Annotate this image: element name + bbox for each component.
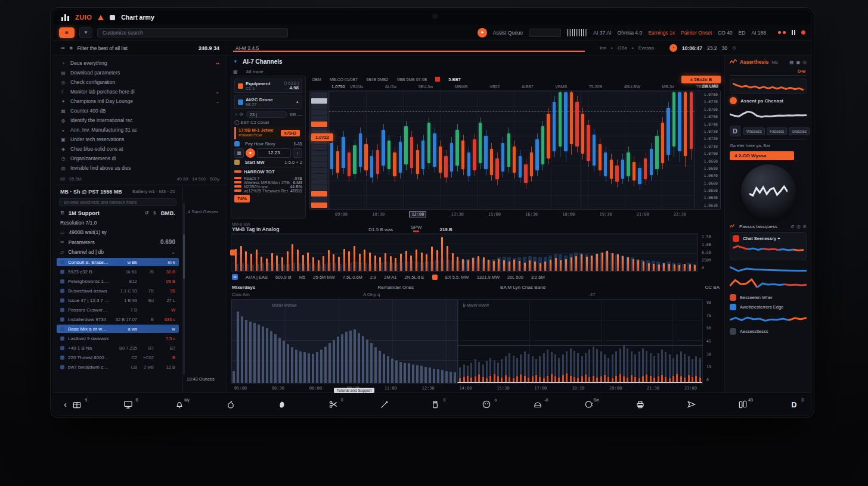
chart-action-button[interactable]: x 5Bv2n B bbox=[681, 76, 721, 83]
wand-icon[interactable] bbox=[378, 398, 391, 411]
ladder-cell[interactable] bbox=[311, 185, 327, 191]
play-circle-icon[interactable]: ⊙ bbox=[732, 45, 736, 51]
ladder-cell[interactable] bbox=[311, 98, 327, 104]
watchlist-row[interactable]: 5923 c32 B1k B1/B30 B bbox=[57, 267, 179, 276]
ladder-cell[interactable] bbox=[311, 174, 327, 179]
period-tick[interactable]: MB-5d bbox=[662, 85, 674, 89]
equipment-card[interactable]: EquipmentC1 1 O 63.8 |4.98 bbox=[234, 79, 302, 93]
period-tick[interactable]: VBJ/4s bbox=[350, 85, 363, 89]
ladder-cell[interactable] bbox=[311, 92, 327, 98]
monitor-icon[interactable]: B bbox=[122, 398, 135, 411]
alert-button[interactable]: x78-D bbox=[281, 130, 300, 136]
watchlist-row[interactable]: Passars Cusword Pwadwardtwd @ 357 BW bbox=[57, 306, 179, 314]
toolbar-item[interactable]: Ohmsa 4.0 bbox=[618, 30, 643, 36]
right-row-2[interactable]: Aweltelesterrers Edge bbox=[730, 304, 807, 310]
helmet-icon[interactable]: -0 bbox=[531, 398, 544, 411]
subheader-item[interactable]: Inn bbox=[600, 45, 606, 51]
watchlist-row[interactable]: Consult S. Brasernasw Bkm-k bbox=[57, 258, 179, 266]
ladder-cell[interactable] bbox=[311, 156, 327, 161]
printer-icon[interactable] bbox=[634, 398, 647, 411]
candle-plot[interactable]: 1.0750 1.0722 bbox=[329, 91, 694, 209]
sidebar-menu-item[interactable]: ▣Under tech reservations bbox=[53, 135, 227, 144]
watchlist-row[interactable]: Buswetswd asswa1.1 C 937B3B bbox=[57, 286, 179, 295]
order-list-item[interactable]: Wireless MRS/Mw.r 2TB40 Award 02B106.M3 bbox=[234, 180, 302, 185]
watchlist-row[interactable]: Base Mix a dr wwsk dwwsh we pwrwg GBa ws… bbox=[57, 325, 179, 333]
toolbar-item[interactable]: Earnings 1x bbox=[648, 30, 675, 36]
right-header-icon[interactable]: ▣ bbox=[796, 60, 800, 65]
sidebar-menu-item[interactable]: ▥Invisible find above as dies bbox=[53, 163, 227, 173]
right-section-icon[interactable]: ◎ bbox=[796, 224, 801, 229]
order-submit-button[interactable]: 74% bbox=[234, 195, 250, 202]
jar-icon[interactable]: 0 bbox=[429, 398, 442, 411]
toolbar-item[interactable]: AI 37.AI bbox=[593, 30, 611, 36]
watchlist-row[interactable]: Installerdww 973432 B 17.07B633 c bbox=[57, 315, 179, 323]
watchlist-search-input[interactable]: Browse watchlists and balance filters bbox=[59, 198, 176, 206]
right-header-icon[interactable]: ▦ bbox=[789, 60, 793, 65]
sidebar-menu-item[interactable]: ▦Counter 400 dB bbox=[53, 106, 227, 116]
phones-icon[interactable]: 4B bbox=[736, 398, 749, 411]
orange-toggle[interactable]: ● bbox=[246, 148, 255, 158]
apple-icon[interactable] bbox=[224, 398, 237, 411]
subheader-item[interactable]: GBa bbox=[618, 45, 627, 51]
filter-button[interactable]: ▼ bbox=[79, 27, 92, 38]
right-section-icon[interactable]: ⊙ bbox=[803, 224, 807, 229]
sidebar-menu-item[interactable]: ☾Monitor lab purchase here di⌄ bbox=[53, 87, 227, 96]
right-search-input[interactable]: O-w bbox=[730, 68, 807, 76]
blob-icon[interactable] bbox=[275, 398, 289, 411]
drone-card[interactable]: AI/2C Drone9B 27 + bbox=[234, 95, 302, 109]
right-segment-button[interactable]: Wassess bbox=[743, 127, 765, 135]
right-segment-button[interactable]: Fassess bbox=[767, 127, 787, 135]
back-chevron[interactable]: ‹ bbox=[64, 399, 67, 409]
record-dots-icon[interactable] bbox=[778, 31, 786, 34]
keypad-icon[interactable]: ▦ bbox=[234, 148, 244, 158]
ladder-cell[interactable] bbox=[311, 202, 327, 208]
wizard-button[interactable]: 4 2-CO Wyssa bbox=[730, 151, 794, 160]
watchlist-row[interactable]: bw7 bwd8dwm cwdw8wwd wwwww 9CB2 wB12 B bbox=[57, 363, 179, 371]
right-row-3[interactable]: Aessesstiesss bbox=[730, 328, 807, 335]
sidebar-menu-item[interactable]: ◷Organizantemens di bbox=[53, 154, 227, 163]
period-tick[interactable]: AIBB7 bbox=[522, 85, 534, 89]
ladder-cell[interactable] bbox=[311, 145, 327, 150]
watchlist-row[interactable]: Issue 47 | 12.3 7 30029 41 B 93Bd27 L bbox=[57, 296, 179, 304]
package-icon[interactable]: 9 bbox=[70, 398, 83, 411]
watchlist-row[interactable]: 220 Thdwsl 8000000 w032 wwwws 9-5C2+C62B bbox=[57, 353, 179, 362]
wifi-icon[interactable]: B/n bbox=[582, 398, 596, 411]
period-tick[interactable]: VBMB bbox=[555, 85, 567, 89]
chart-body[interactable]: 1.0750 1.0722 1.07801.07701.07601.07501.… bbox=[309, 91, 721, 210]
scissors-icon[interactable]: 0 bbox=[327, 398, 340, 411]
order-list-item[interactable]: Reach 7.07B bbox=[234, 176, 302, 180]
dial-icon[interactable]: ◔ bbox=[234, 112, 237, 117]
user-icon[interactable]: ☻ bbox=[69, 45, 73, 51]
period-tick[interactable]: 75-20B bbox=[589, 85, 603, 89]
ladder-cell[interactable] bbox=[311, 104, 327, 110]
period-tick[interactable]: 5BU-5w bbox=[418, 85, 433, 89]
volume-chart[interactable] bbox=[231, 233, 698, 272]
period-tick[interactable]: 4BU-BW bbox=[624, 85, 640, 89]
ladder-cell[interactable] bbox=[311, 122, 327, 127]
cover-row[interactable]: ◯ EST C2 Cover bbox=[234, 120, 302, 125]
ladder-cell[interactable] bbox=[311, 197, 327, 202]
ladder-cell[interactable] bbox=[311, 151, 327, 156]
right-row-1[interactable]: Besseelen Wher bbox=[730, 294, 807, 301]
list-icon[interactable]: ≔ bbox=[60, 45, 65, 51]
ladder-cell[interactable] bbox=[311, 168, 327, 173]
ladder-cell[interactable] bbox=[311, 127, 327, 133]
parameters-row[interactable]: ≖ Parameters 0.690 bbox=[53, 237, 182, 247]
right-section-1[interactable]: Assent ps Chenast bbox=[730, 97, 807, 104]
period-tick[interactable]: MBWB bbox=[455, 85, 468, 89]
sidebar-menu-item[interactable]: ◔Deus everything▪▪ bbox=[53, 58, 227, 68]
depth-chart[interactable]: MW94 MWww B-MWW MWW bbox=[231, 299, 703, 384]
watchlist-row[interactable]: Peterghswords 15softwarecase @ 8E1205 B bbox=[57, 277, 179, 285]
refresh-icon[interactable]: ↺ bbox=[145, 210, 149, 216]
sidebar-menu-item[interactable]: ◍Identify the international rec bbox=[53, 116, 227, 125]
right-segment-button[interactable]: Glassies bbox=[789, 127, 810, 135]
sidebar-menu-item[interactable]: ◈Chse blue-solid cons at bbox=[53, 144, 227, 154]
plane-icon[interactable] bbox=[685, 398, 698, 411]
sidebar-menu-item[interactable]: ✶Champions Intl Day Lounge⌄ bbox=[53, 96, 227, 106]
subheader-item[interactable]: Evassa bbox=[638, 45, 654, 51]
quantity-input[interactable]: 12.23 bbox=[257, 148, 291, 158]
bell-icon[interactable]: My bbox=[173, 398, 186, 411]
toolbar-item[interactable]: ED bbox=[739, 30, 746, 36]
sensitivity-card[interactable]: Chat Seenessry + bbox=[730, 232, 807, 260]
pause-icon[interactable] bbox=[792, 30, 795, 35]
